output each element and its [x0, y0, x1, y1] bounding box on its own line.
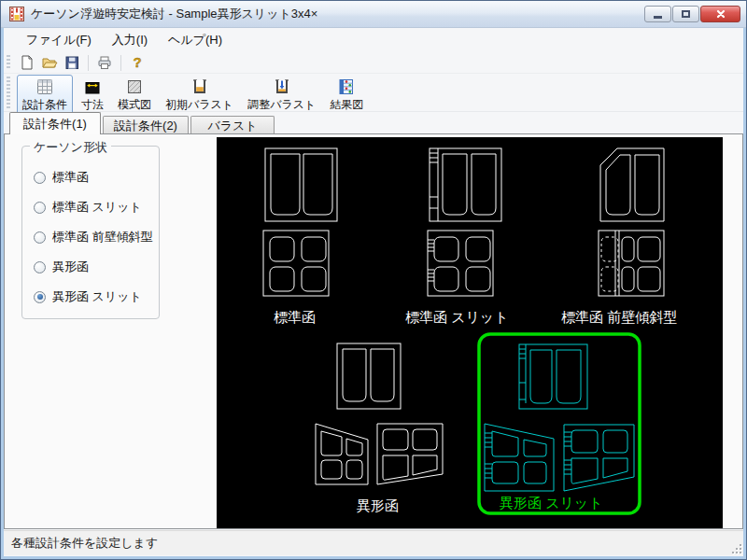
design-conditions-icon [35, 77, 54, 96]
radio-circle[interactable] [34, 231, 46, 244]
standard-slit-caisson-drawing[interactable] [428, 148, 501, 296]
status-message: 各種設計条件を設定します [11, 535, 158, 552]
tab-design-conditions-2[interactable]: 設計条件(2) [103, 116, 189, 134]
menu-file[interactable]: ファイル(F) [17, 29, 101, 51]
menu-input[interactable]: 入力(I) [103, 29, 157, 51]
standard-caisson-drawing[interactable] [263, 148, 337, 296]
radio-standard[interactable]: 標準函 [34, 169, 89, 186]
caisson-shape-groupbox: ケーソン形状 標準函 標準函 スリット 標準函 前壁傾斜型 異形函 異形函 スリ… [21, 146, 160, 319]
help-icon[interactable]: ? [128, 53, 147, 72]
irregular-slit-caisson-drawing[interactable] [485, 344, 634, 491]
result-diagram-button[interactable]: 結果図 [324, 75, 369, 115]
tab-strip: 設計条件(1) 設計条件(2) バラスト [4, 112, 743, 134]
radio-standard-slit[interactable]: 標準函 スリット [34, 199, 142, 216]
print-icon[interactable] [95, 53, 114, 72]
canvas-label-standard-inclined: 標準函 前壁傾斜型 [561, 309, 677, 325]
open-file-icon[interactable] [40, 53, 59, 72]
canvas-label-standard-slit: 標準函 スリット [405, 309, 509, 325]
toolbar-separator [120, 55, 121, 71]
dimension-button[interactable]: 寸法 [76, 75, 109, 115]
adjust-ballast-icon [273, 77, 291, 96]
svg-text:?: ? [133, 54, 141, 70]
tab-design-conditions-1[interactable]: 設計条件(1) [9, 112, 101, 134]
command-bar: 設計条件 寸法 模式図 初期バラス [4, 74, 743, 112]
caisson-app-icon [8, 6, 25, 22]
canvas-label-irregular-slit: 異形函 スリット [500, 495, 603, 511]
close-button[interactable] [700, 6, 740, 22]
radio-irregular[interactable]: 異形函 [34, 259, 89, 275]
adjust-ballast-label: 調整バラスト [247, 97, 316, 113]
radio-circle[interactable] [34, 172, 46, 184]
window-title: ケーソン浮遊時安定検討 - Sample異形スリット3x4× [31, 6, 317, 22]
canvas-label-standard: 標準函 [274, 309, 316, 325]
minimize-icon [654, 16, 662, 19]
design-conditions-page: ケーソン形状 標準函 標準函 スリット 標準函 前壁傾斜型 異形函 異形函 スリ… [4, 133, 743, 529]
maximize-button[interactable] [672, 6, 699, 22]
design-conditions-button[interactable]: 設計条件 [17, 75, 73, 115]
menu-bar: ファイル(F) 入力(I) ヘルプ(H) [4, 28, 743, 52]
dimension-icon [83, 77, 102, 96]
initial-ballast-label: 初期バラスト [165, 97, 233, 113]
canvas-label-irregular: 異形函 [357, 497, 399, 513]
radio-circle-selected[interactable] [34, 291, 46, 303]
design-conditions-label: 設計条件 [22, 97, 67, 113]
initial-ballast-icon [190, 77, 209, 96]
toolbar-separator [88, 55, 89, 71]
radio-circle[interactable] [34, 202, 46, 214]
status-bar: 各種設計条件を設定します [4, 530, 743, 555]
adjust-ballast-button[interactable]: 調整バラスト [242, 75, 321, 115]
resize-grip[interactable] [729, 541, 741, 553]
selection-highlight-box [479, 334, 640, 513]
close-icon [715, 8, 726, 20]
standard-toolbar: ? [4, 52, 743, 74]
dimension-label: 寸法 [81, 97, 104, 113]
radio-circle[interactable] [34, 261, 46, 273]
caisson-shape-title: ケーソン形状 [30, 139, 111, 156]
standard-inclined-caisson-drawing[interactable] [599, 148, 664, 296]
initial-ballast-button[interactable]: 初期バラスト [160, 75, 239, 115]
maximize-icon [682, 10, 690, 18]
app-window: ケーソン浮遊時安定検討 - Sample異形スリット3x4× ファイル(F) 入… [0, 0, 747, 560]
title-bar[interactable]: ケーソン浮遊時安定検討 - Sample異形スリット3x4× [1, 1, 746, 28]
save-icon[interactable] [63, 53, 81, 72]
result-diagram-label: 結果図 [330, 97, 363, 113]
schematic-button[interactable]: 模式図 [112, 75, 157, 115]
tab-ballast[interactable]: バラスト [190, 116, 275, 134]
schematic-label: 模式図 [118, 97, 151, 113]
radio-irregular-slit[interactable]: 異形函 スリット [34, 288, 142, 305]
schematic-icon [125, 77, 144, 96]
radio-standard-inclined[interactable]: 標準函 前壁傾斜型 [34, 229, 153, 245]
result-diagram-icon [337, 77, 356, 96]
toolbar-grip[interactable] [7, 77, 10, 108]
irregular-caisson-drawing[interactable] [316, 343, 443, 484]
shape-preview-canvas[interactable]: 標準函 標準函 スリット 標準函 前壁傾斜型 異形函 異形函 スリット [217, 137, 723, 528]
toolbar-grip[interactable] [7, 55, 10, 70]
minimize-button[interactable] [644, 6, 671, 22]
new-file-icon[interactable] [18, 53, 36, 72]
menu-help[interactable]: ヘルプ(H) [159, 29, 232, 51]
